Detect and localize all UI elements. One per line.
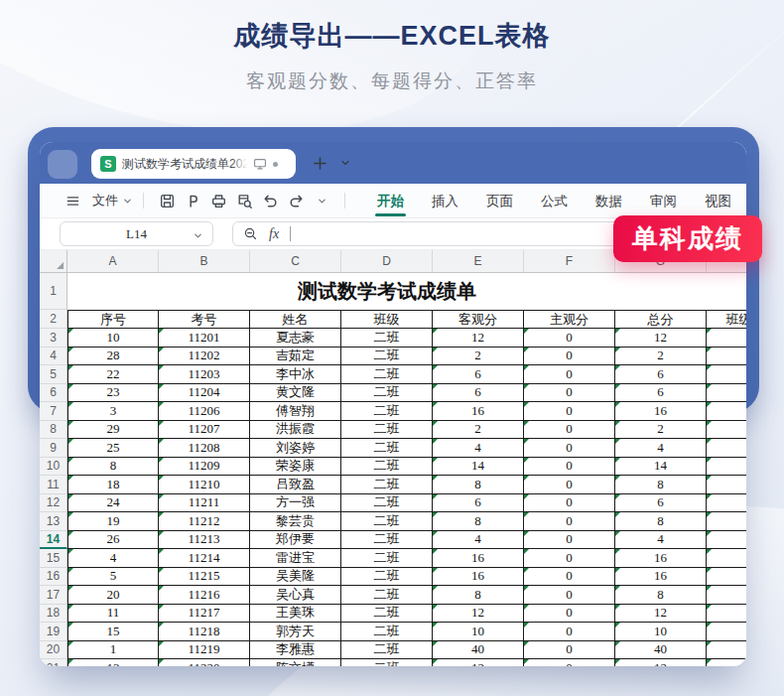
data-cell[interactable]: 26 [67,531,159,550]
row-number[interactable]: 12 [40,494,67,513]
data-cell[interactable]: 11202 [159,348,250,366]
column-letter-D[interactable]: D [341,250,433,273]
header-cell[interactable]: 考号 [159,310,250,329]
data-cell[interactable]: 11211 [159,494,250,513]
name-box[interactable]: L14 [60,221,213,246]
name-box-chevron-icon[interactable] [193,230,203,241]
data-cell[interactable]: 二班 [341,659,433,666]
data-cell[interactable]: 二班 [341,458,433,477]
row-number[interactable]: 4 [40,348,67,366]
data-cell[interactable]: 14 [615,458,707,477]
data-cell[interactable]: 8 [433,586,524,605]
data-cell[interactable]: 荣姿康 [250,458,341,477]
data-cell[interactable]: 0 [524,402,615,421]
header-cell[interactable]: 班级 [341,310,433,329]
data-cell[interactable]: 11210 [159,476,250,494]
row-number[interactable]: 11 [40,476,67,494]
row-number[interactable]: 13 [40,512,67,531]
data-cell[interactable]: 黄文隆 [250,384,341,403]
undo-icon[interactable] [257,188,283,213]
row-number[interactable]: 7 [40,402,67,421]
data-cell[interactable]: 刘姿婷 [250,439,341,458]
data-cell[interactable]: 11214 [159,549,250,568]
ribbon-tab[interactable]: 公式 [527,185,582,216]
data-cell[interactable]: 0 [524,348,615,366]
row-number[interactable]: 6 [40,384,67,403]
data-cell[interactable]: 傅智翔 [250,402,341,421]
data-cell[interactable]: 二班 [341,586,433,605]
data-cell[interactable]: 二班 [341,512,433,531]
data-cell[interactable]: 11212 [159,512,250,531]
data-cell[interactable]: 王美珠 [250,605,341,624]
data-cell[interactable]: 11218 [159,623,250,641]
data-cell[interactable]: 0 [524,568,615,587]
data-cell[interactable]: 16 [615,402,707,421]
data-cell[interactable]: 二班 [341,494,433,513]
data-cell[interactable]: 0 [524,494,615,513]
data-cell[interactable]: 16 [615,549,707,568]
data-cell[interactable] [707,365,746,384]
data-cell[interactable]: 二班 [341,641,433,660]
data-cell[interactable]: 18 [67,476,159,494]
data-cell[interactable]: 二班 [341,348,433,366]
data-cell[interactable]: 8 [615,512,707,531]
data-cell[interactable]: 郑伊要 [250,531,341,550]
redo-icon[interactable] [283,188,309,213]
data-cell[interactable] [707,329,746,348]
data-cell[interactable]: 0 [524,439,615,458]
data-cell[interactable]: 0 [524,512,615,531]
data-cell[interactable]: 2 [615,421,707,440]
data-cell[interactable]: 方一强 [250,494,341,513]
data-cell[interactable]: 6 [433,365,524,384]
data-cell[interactable]: 11201 [159,329,250,348]
column-letter-C[interactable]: C [250,250,341,273]
data-cell[interactable]: 28 [67,348,159,366]
ribbon-tab[interactable]: 视图 [691,185,745,216]
data-cell[interactable]: 二班 [341,384,433,403]
data-cell[interactable]: 2 [433,421,524,440]
data-cell[interactable]: 11220 [159,659,250,666]
data-cell[interactable] [707,531,746,550]
quick-access-chevron-icon[interactable] [309,188,334,213]
data-cell[interactable]: 11219 [159,641,250,660]
row-number[interactable]: 10 [40,458,67,477]
data-cell[interactable]: 2 [433,348,524,366]
export-pdf-icon[interactable] [180,188,205,213]
data-cell[interactable]: 夏志豪 [250,329,341,348]
tab-list-chevron-icon[interactable] [339,157,351,169]
row-number[interactable]: 5 [40,365,67,384]
data-cell[interactable]: 11203 [159,365,250,384]
data-cell[interactable]: 吕致盈 [250,476,341,494]
row-number[interactable]: 16 [40,568,67,587]
data-cell[interactable]: 25 [67,439,159,458]
data-cell[interactable]: 11208 [159,439,250,458]
data-cell[interactable]: 11209 [159,458,250,477]
data-cell[interactable]: 0 [524,384,615,403]
row-number[interactable]: 20 [40,641,67,660]
data-cell[interactable] [707,402,746,421]
select-all-corner[interactable] [40,250,67,273]
ribbon-tab[interactable]: 数据 [582,185,636,216]
data-cell[interactable]: 二班 [341,623,433,641]
data-cell[interactable]: 11 [67,605,159,624]
data-cell[interactable] [707,384,746,403]
print-preview-icon[interactable] [231,188,257,213]
data-cell[interactable] [707,641,746,660]
data-cell[interactable]: 8 [67,458,159,477]
ribbon-tab[interactable]: 插入 [418,185,472,216]
data-cell[interactable]: 1 [67,641,159,660]
data-cell[interactable]: 8 [433,512,524,531]
row-number[interactable]: 8 [40,421,67,440]
data-cell[interactable]: 吴心真 [250,586,341,605]
data-cell[interactable]: 8 [433,476,524,494]
data-cell[interactable]: 陈文墫 [250,659,341,666]
ribbon-tab[interactable]: 页面 [472,185,527,216]
data-cell[interactable]: 二班 [341,605,433,624]
ribbon-tab[interactable]: 审阅 [636,185,691,216]
data-cell[interactable] [707,512,746,531]
data-cell[interactable]: 10 [615,623,707,641]
data-cell[interactable]: 40 [433,641,524,660]
data-cell[interactable]: 12 [433,605,524,624]
data-cell[interactable]: 0 [524,329,615,348]
data-cell[interactable]: 吴美隆 [250,568,341,587]
